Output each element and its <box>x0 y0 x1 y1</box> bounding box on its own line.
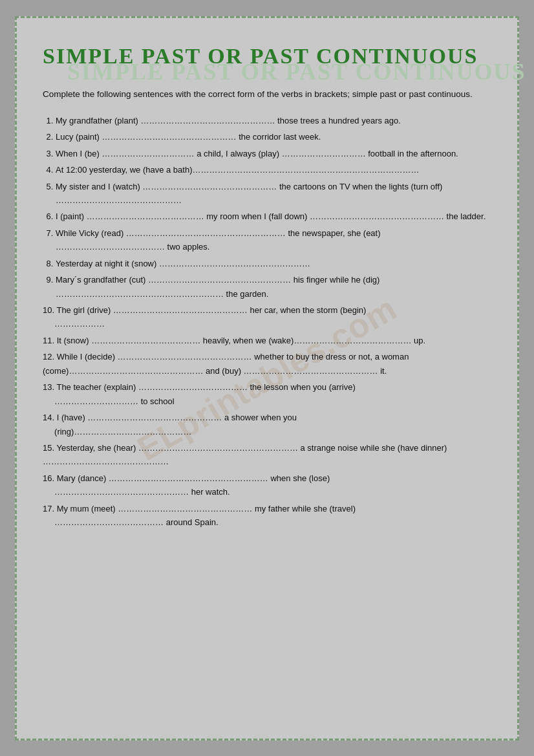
list-item: I (paint) …………………………………… my room when I … <box>56 210 491 223</box>
page-wrapper: ELprintables.com SIMPLE PAST OR PAST CON… <box>15 16 519 740</box>
list-item: 14. I (have) ………………………………………… a shower w… <box>43 411 491 438</box>
list-item: My sister and I (watch) …………………………………………… <box>56 180 491 208</box>
list-item: Mary´s grandfather (cut) ………………………………………… <box>56 273 491 301</box>
list-item: My grandfather (plant) ………………………………………… … <box>56 114 491 127</box>
list-item: 13. The teacher (explain) ………………………………… … <box>43 380 491 408</box>
list-item: At 12:00 yesterday, we (have a bath)…………… <box>56 163 491 177</box>
list-item: 17. My mum (meet) ………………………………………… my fa… <box>43 502 491 530</box>
list-item: 12. While I (decide) ………………………………………… wh… <box>43 350 491 378</box>
instructions-text: Complete the following sentences with th… <box>43 88 491 101</box>
list-item: 15. Yesterday, she (hear) ……………………………………… <box>43 441 491 469</box>
list-item: When I (be) …………………………… a child, I alway… <box>56 147 491 160</box>
list-item: 11. It (snow) ………………………………… heavily, whe… <box>43 334 491 347</box>
list-item: Yesterday at night it (snow) ……………………………… <box>56 257 491 270</box>
list-item: 16. Mary (dance) ………………………………………………… whe… <box>43 471 491 499</box>
list-item: 10. The girl (drive) ………………………………………… he… <box>43 303 491 331</box>
page-title: SIMPLE PAST OR PAST CONTINUOUS <box>43 44 491 69</box>
exercise-list: My grandfather (plant) ………………………………………… … <box>43 114 491 530</box>
exercises-container: My grandfather (plant) ………………………………………… … <box>43 114 491 530</box>
list-item: Lucy (paint) ………………………………………… the corrid… <box>56 130 491 144</box>
list-item: While Vicky (read) ………………………………………………… t… <box>56 226 491 254</box>
